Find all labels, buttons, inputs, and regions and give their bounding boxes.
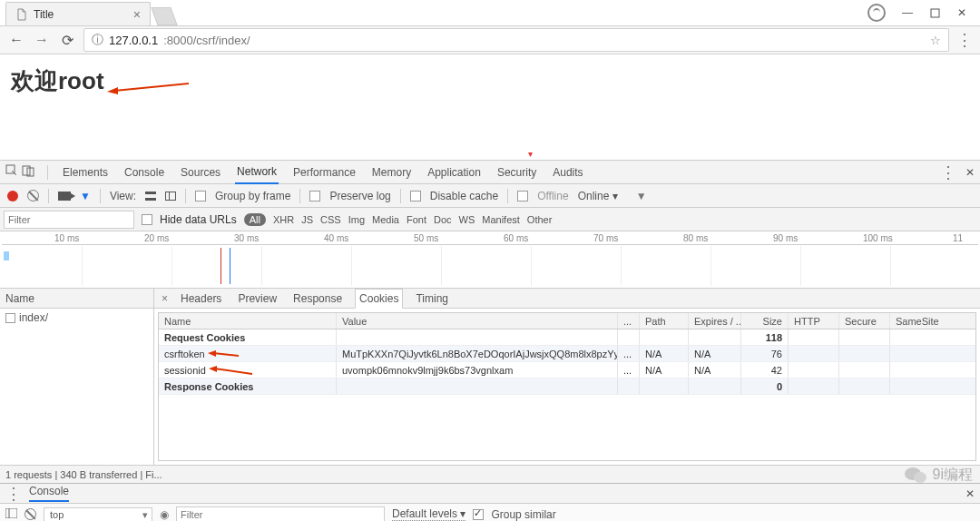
drawer-menu-icon[interactable]: ⋮ xyxy=(5,484,22,504)
cookie-row[interactable]: csrftoken MuTpKXXn7QiJyvtk6Ln8BoX7eDOqor… xyxy=(159,346,975,362)
context-select[interactable]: top xyxy=(44,507,152,522)
svg-rect-0 xyxy=(931,9,939,17)
filter-media[interactable]: Media xyxy=(372,214,399,225)
group-similar-checkbox[interactable] xyxy=(473,509,484,520)
disable-cache-checkbox[interactable] xyxy=(410,191,421,202)
col-value[interactable]: Value xyxy=(337,313,618,329)
tab-close-icon[interactable]: × xyxy=(133,7,141,22)
preserve-log-label: Preserve log xyxy=(329,190,390,202)
detail-tab-headers[interactable]: Headers xyxy=(177,290,225,308)
cookie-name: csrftoken xyxy=(164,349,205,359)
col-samesite[interactable]: SameSite xyxy=(890,313,975,329)
hide-data-urls-label: Hide data URLs xyxy=(160,213,237,226)
wechat-icon xyxy=(904,465,927,485)
col-size[interactable]: Size xyxy=(741,313,789,329)
eye-icon[interactable]: ◉ xyxy=(160,508,169,521)
name-column-header[interactable]: Name xyxy=(0,289,153,309)
clear-button[interactable] xyxy=(27,190,39,202)
screenshot-icon[interactable] xyxy=(58,192,71,201)
preserve-log-checkbox[interactable] xyxy=(309,191,320,202)
col-http[interactable]: HTTP xyxy=(789,313,839,329)
console-sidebar-icon[interactable] xyxy=(5,508,17,521)
filter-toggle-icon[interactable]: ▼ xyxy=(80,190,91,202)
detail-tab-timing[interactable]: Timing xyxy=(412,290,452,308)
console-filter-input[interactable] xyxy=(176,506,385,522)
timeline-tick: 60 ms xyxy=(504,233,528,243)
detail-tab-preview[interactable]: Preview xyxy=(234,290,280,308)
hide-data-urls-checkbox[interactable] xyxy=(142,214,152,225)
svg-marker-9 xyxy=(209,366,217,372)
inspect-icon[interactable] xyxy=(5,164,18,180)
offline-label: Offline xyxy=(537,190,568,202)
filter-css[interactable]: CSS xyxy=(320,214,341,225)
filter-xhr[interactable]: XHR xyxy=(273,214,294,225)
detail-close-icon[interactable]: × xyxy=(162,292,168,305)
new-tab-button[interactable] xyxy=(151,7,177,25)
group-by-frame-checkbox[interactable] xyxy=(195,191,206,202)
col-path[interactable]: Path xyxy=(640,313,689,329)
network-filter-input[interactable] xyxy=(4,211,134,229)
throttle-select[interactable]: Online xyxy=(578,190,618,202)
filter-doc[interactable]: Doc xyxy=(434,214,452,225)
filter-all[interactable]: All xyxy=(244,213,266,226)
log-levels-select[interactable]: Default levels ▾ xyxy=(392,507,466,521)
col-domain[interactable]: ... xyxy=(618,313,640,329)
page-icon xyxy=(15,8,28,21)
tab-console[interactable]: Console xyxy=(122,166,166,179)
watermark-text: 9i编程 xyxy=(933,466,973,485)
address-bar[interactable]: ⓘ 127.0.0.1:8000/csrf/index/ ☆ xyxy=(83,28,949,52)
window-close-icon[interactable]: ✕ xyxy=(956,7,967,18)
tab-audits[interactable]: Audits xyxy=(551,166,584,179)
profile-avatar-icon[interactable] xyxy=(867,4,886,22)
detail-tab-cookies[interactable]: Cookies xyxy=(355,289,403,309)
col-secure[interactable]: Secure xyxy=(839,313,890,329)
drawer-tab-console[interactable]: Console xyxy=(29,485,69,502)
throttle-dropdown-icon[interactable]: ▼ xyxy=(636,190,647,202)
col-expires[interactable]: Expires / ... xyxy=(689,313,741,329)
filter-img[interactable]: Img xyxy=(348,214,365,225)
offline-checkbox[interactable] xyxy=(517,191,528,202)
window-maximize-icon[interactable] xyxy=(929,7,940,18)
tab-sources[interactable]: Sources xyxy=(179,166,222,179)
chrome-menu-icon[interactable]: ⋮ xyxy=(956,30,973,50)
browser-tab[interactable]: Title × xyxy=(5,2,151,25)
device-toggle-icon[interactable] xyxy=(22,164,34,180)
back-button[interactable]: ← xyxy=(7,32,25,48)
svg-line-1 xyxy=(114,84,189,91)
svg-marker-7 xyxy=(208,350,216,357)
devtools-close-icon[interactable]: ✕ xyxy=(965,166,975,179)
request-checkbox[interactable] xyxy=(5,313,15,323)
filter-manifest[interactable]: Manifest xyxy=(482,214,520,225)
timeline-tick: 30 ms xyxy=(234,233,259,243)
svg-marker-2 xyxy=(107,87,118,94)
timeline-tick: 40 ms xyxy=(324,233,348,243)
console-clear-button[interactable] xyxy=(24,508,36,520)
request-row[interactable]: index/ xyxy=(0,309,153,327)
window-minimize-icon[interactable]: — xyxy=(902,7,913,18)
reload-button[interactable]: ⟳ xyxy=(58,32,76,49)
svg-point-13 xyxy=(914,472,926,483)
network-timeline[interactable]: 10 ms20 ms30 ms40 ms50 ms60 ms70 ms80 ms… xyxy=(0,231,980,289)
site-info-icon[interactable]: ⓘ xyxy=(92,32,103,48)
overview-icon[interactable] xyxy=(165,192,176,201)
col-name[interactable]: Name xyxy=(159,313,337,329)
filter-ws[interactable]: WS xyxy=(459,214,475,225)
devtools-menu-icon[interactable]: ⋮ xyxy=(940,162,956,182)
record-button[interactable] xyxy=(7,191,18,202)
tab-security[interactable]: Security xyxy=(495,166,538,179)
forward-button: → xyxy=(33,32,51,48)
detail-tab-response[interactable]: Response xyxy=(289,290,346,308)
drawer-close-icon[interactable]: ✕ xyxy=(965,487,975,500)
tab-memory[interactable]: Memory xyxy=(370,166,413,179)
filter-js[interactable]: JS xyxy=(301,214,313,225)
filter-other[interactable]: Other xyxy=(527,214,553,225)
bookmark-star-icon[interactable]: ☆ xyxy=(930,34,941,47)
tab-elements[interactable]: Elements xyxy=(61,166,110,179)
cookie-row[interactable]: sessionid uvompk06mnokv9lmjj9k6bs73vgnlx… xyxy=(159,362,975,378)
tab-network[interactable]: Network xyxy=(235,165,279,184)
filter-font[interactable]: Font xyxy=(407,214,426,225)
cookies-table: Name Value ... Path Expires / ... Size H… xyxy=(158,312,976,461)
large-rows-icon[interactable] xyxy=(145,192,156,201)
tab-application[interactable]: Application xyxy=(426,166,483,179)
tab-performance[interactable]: Performance xyxy=(291,166,358,179)
